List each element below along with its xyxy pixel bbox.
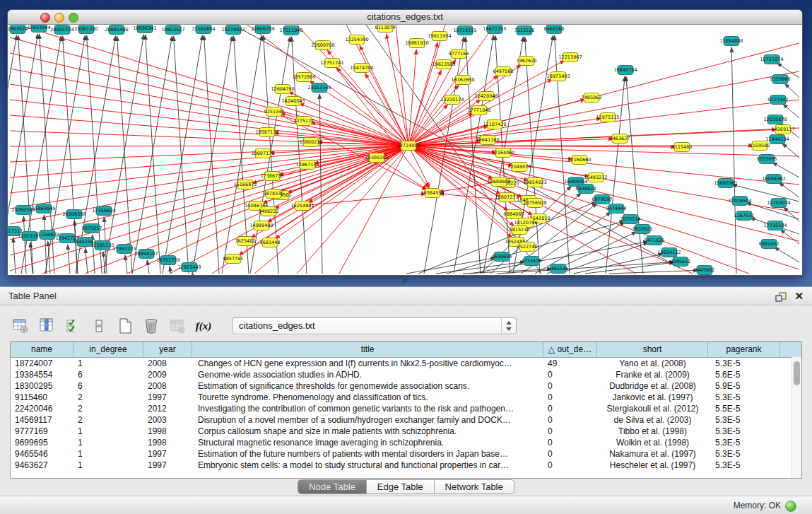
network-canvas[interactable]: 1693524129330442405572423061330206914061… bbox=[8, 25, 802, 275]
graph-node[interactable]: 6879197 bbox=[592, 195, 613, 204]
citation-edge-red[interactable] bbox=[275, 146, 408, 239]
graph-node[interactable]: 20206556 bbox=[62, 210, 86, 219]
tab-node-table[interactable]: Node Table bbox=[298, 479, 367, 494]
graph-node[interactable]: 2522740 bbox=[517, 243, 538, 252]
graph-node[interactable]: 10973493 bbox=[546, 72, 570, 81]
citation-edge-red[interactable] bbox=[387, 34, 408, 146]
graph-node[interactable]: 8460160 bbox=[544, 25, 565, 34]
graph-node[interactable]: 5878335 bbox=[264, 189, 284, 199]
graph-node[interactable]: 1815132 bbox=[510, 226, 530, 235]
vertical-scrollbar[interactable] bbox=[792, 357, 801, 478]
graph-node[interactable]: 12505135 bbox=[90, 241, 114, 250]
graph-node[interactable]: 14569117 bbox=[771, 125, 794, 134]
table-row[interactable]: 1938455462009Genome-wide association stu… bbox=[11, 369, 801, 380]
citation-edge-black[interactable] bbox=[86, 248, 88, 274]
graph-node[interactable]: 9975857 bbox=[82, 224, 102, 233]
network-window[interactable]: citations_edges.txt 16935241293304424055… bbox=[7, 9, 803, 276]
column-header-pagerank[interactable]: pagerank bbox=[708, 342, 780, 357]
graph-node[interactable]: 12035878 bbox=[763, 115, 787, 124]
graph-node[interactable]: 18807279 bbox=[495, 193, 518, 202]
citation-edge-black[interactable] bbox=[775, 247, 799, 262]
table-row[interactable]: 969969511998Structural magnetic resonanc… bbox=[11, 437, 801, 448]
graph-node[interactable]: 17386735 bbox=[260, 172, 283, 181]
scrollbar-thumb[interactable] bbox=[794, 361, 800, 385]
tab-edge-table[interactable]: Edge Table bbox=[367, 479, 435, 494]
graph-node[interactable]: 22606709 bbox=[251, 25, 274, 34]
table-row[interactable]: 977716911998Corpus callosum shape and si… bbox=[11, 426, 801, 437]
graph-node[interactable]: 16671355 bbox=[483, 25, 506, 34]
memory-status-indicator[interactable] bbox=[785, 501, 796, 512]
graph-node[interactable]: 8113074 bbox=[375, 25, 396, 33]
graph-node[interactable]: 15692961 bbox=[714, 179, 737, 188]
graph-node[interactable]: 9245612 bbox=[671, 257, 691, 267]
graph-node[interactable]: 1159580 bbox=[750, 141, 770, 151]
citation-edge-black[interactable] bbox=[117, 36, 132, 274]
graph-node[interactable]: 12975115 bbox=[596, 113, 619, 122]
citation-edge-black[interactable] bbox=[68, 245, 70, 274]
citation-network-graph[interactable]: 1693524129330442405572423061330206914061… bbox=[8, 25, 801, 275]
graph-node[interactable]: 10654112 bbox=[657, 248, 681, 257]
citation-edge-black[interactable] bbox=[13, 238, 16, 274]
graph-node[interactable]: 9251340 bbox=[264, 107, 285, 117]
table-row[interactable]: 2242004622012Investigating the contribut… bbox=[11, 403, 801, 414]
citation-edge-black[interactable] bbox=[147, 260, 149, 274]
graph-node[interactable]: 9465546 bbox=[548, 264, 569, 274]
graph-node[interactable]: 13800210 bbox=[299, 138, 322, 147]
graph-node[interactable]: 12254390 bbox=[345, 35, 368, 45]
table-row[interactable]: 911546021997Tourette syndrome. Phenomeno… bbox=[11, 392, 801, 403]
graph-node[interactable]: 19384554 bbox=[420, 189, 444, 198]
table-row[interactable]: 946362711997Embryonic stem cells: a mode… bbox=[11, 460, 801, 471]
citation-edge-black[interactable] bbox=[784, 207, 799, 221]
graph-node[interactable]: 9498222 bbox=[259, 207, 279, 216]
network-window-titlebar[interactable]: citations_edges.txt bbox=[8, 10, 802, 25]
column-header-year[interactable]: year bbox=[143, 342, 192, 357]
graph-node[interactable]: 4275127 bbox=[294, 117, 314, 126]
select-columns-icon[interactable] bbox=[37, 317, 56, 335]
graph-node[interactable]: 19958107 bbox=[134, 250, 158, 259]
citation-edge-black[interactable] bbox=[44, 215, 47, 274]
graph-node[interactable]: 1733426 bbox=[522, 257, 542, 266]
graph-node[interactable]: 18572809 bbox=[292, 73, 315, 82]
graph-node[interactable]: 9329966 bbox=[770, 75, 791, 84]
graph-node[interactable]: 7462620 bbox=[517, 57, 537, 66]
new-file-icon[interactable] bbox=[116, 317, 134, 335]
graph-node[interactable]: 7625402 bbox=[235, 237, 256, 246]
close-icon[interactable]: ✕ bbox=[794, 288, 804, 304]
citation-edge-red[interactable] bbox=[408, 100, 799, 146]
graph-node[interactable]: 9445682 bbox=[695, 266, 715, 275]
graph-node[interactable]: 23061330 bbox=[74, 25, 98, 34]
graph-node[interactable]: 19654923 bbox=[523, 178, 546, 187]
graph-node[interactable]: 16648784 bbox=[613, 66, 637, 75]
table-row[interactable]: 1830029562008Estimation of significance … bbox=[11, 380, 801, 392]
graph-node[interactable]: 1693524 bbox=[8, 25, 28, 34]
citation-edge-black[interactable] bbox=[779, 182, 799, 197]
citation-edge-black[interactable] bbox=[170, 267, 171, 274]
graph-node[interactable]: 9892452 bbox=[759, 240, 779, 249]
graph-node[interactable]: 9857791 bbox=[223, 255, 244, 264]
graph-node[interactable]: 17771040 bbox=[467, 106, 490, 115]
graph-node[interactable]: 15751074 bbox=[760, 55, 783, 64]
citation-edge-black[interactable] bbox=[606, 76, 625, 274]
graph-node[interactable]: 1167531 bbox=[734, 211, 755, 221]
graph-node[interactable]: 11054808 bbox=[719, 37, 743, 46]
graph-node[interactable]: 10653527 bbox=[161, 25, 184, 35]
graph-node[interactable]: 9777169 bbox=[449, 49, 469, 59]
graph-node[interactable]: 8471626 bbox=[645, 236, 665, 245]
citation-edge-black[interactable] bbox=[125, 255, 127, 274]
trash-icon[interactable] bbox=[142, 317, 160, 335]
column-header-out_degree[interactable]: △ out_de… bbox=[543, 342, 597, 357]
graph-node[interactable]: 9474444 bbox=[606, 204, 627, 214]
graph-node[interactable]: 9115460 bbox=[672, 143, 693, 152]
graph-node[interactable]: 7515526 bbox=[514, 26, 535, 35]
graph-node[interactable]: 9884067 bbox=[504, 210, 524, 219]
graph-node[interactable]: 17957223 bbox=[112, 245, 136, 254]
citation-edge-black[interactable] bbox=[731, 47, 736, 274]
citation-edge-red[interactable] bbox=[408, 146, 799, 269]
graph-node[interactable]: 6497568 bbox=[493, 67, 514, 76]
graph-node[interactable]: 16162650 bbox=[451, 76, 474, 85]
graph-node[interactable]: 19611954 bbox=[428, 32, 451, 41]
graph-node[interactable]: 12160660 bbox=[567, 156, 591, 165]
table-row[interactable]: 946554611997Estimation of the future num… bbox=[11, 448, 801, 460]
graph-node[interactable]: 12103034 bbox=[767, 199, 790, 208]
graph-node[interactable]: 8938924 bbox=[576, 185, 596, 194]
